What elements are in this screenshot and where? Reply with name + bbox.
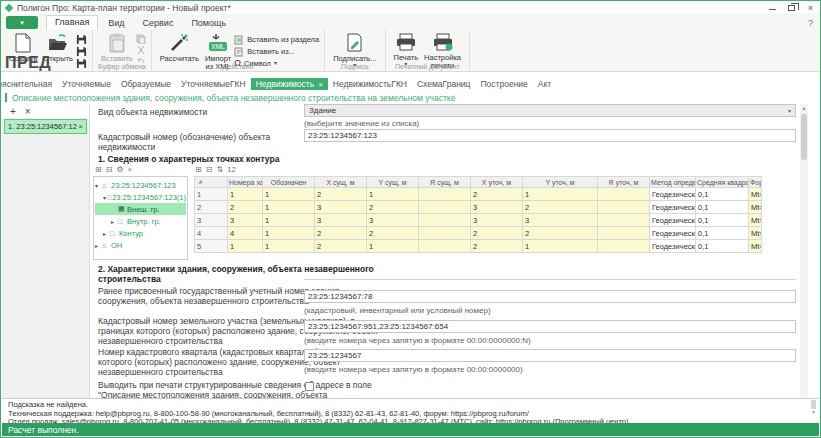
x-old-cell[interactable]: 2 [315,227,367,240]
row-number-cell[interactable]: 1 [195,188,228,201]
x-new-cell[interactable]: 3 [471,214,523,227]
tree-toolbar-icon[interactable]: ⚙ [116,165,123,174]
row-number-cell[interactable]: 5 [195,240,228,253]
table-toolbar-icon[interactable]: 12 [227,165,236,174]
tree-toolbar-icon[interactable]: ⊟ [106,165,113,174]
cadastral-number-input[interactable] [304,129,796,142]
document-tab[interactable]: Недвижимость× [251,78,328,90]
document-tab[interactable]: Акт [533,78,556,90]
tree-item[interactable]: ▸ □ Внутр. гр. [95,215,186,227]
column-header[interactable]: Обозначен [263,177,315,188]
r-new-cell[interactable] [598,227,650,240]
tree-arrow-icon[interactable]: ▾ [95,182,102,189]
tree-arrow-icon[interactable]: ▸ [111,218,118,225]
designation-cell[interactable]: 1 [263,201,315,214]
object-list-item[interactable]: 1. 23:25:1234567:12 × [4,119,87,134]
cut-icon[interactable] [136,45,146,55]
tree-item[interactable]: ▸ □ Контур [95,227,186,239]
quarter-number-input[interactable] [304,349,796,362]
hint-scrollbar[interactable]: ▼ [810,400,817,423]
calculate-button[interactable]: Рассчитать [157,32,202,64]
kind-dropdown[interactable]: Здание ▾ [304,104,796,117]
r-old-cell[interactable] [419,214,471,227]
y-new-cell[interactable]: 1 [523,240,598,253]
app-menu-button[interactable]: ▾ [6,16,38,29]
r-old-cell[interactable] [419,201,471,214]
accuracy-cell[interactable]: 0,1 [696,240,749,253]
formula-cell[interactable]: Mt=√((0.07²+0.07²): [749,188,762,201]
x-old-cell[interactable]: 3 [315,201,367,214]
y-old-cell[interactable]: 3 [367,214,419,227]
delete-object-button[interactable]: × [25,106,31,117]
r-new-cell[interactable] [598,240,650,253]
tree-toolbar-icon[interactable]: × [128,165,133,174]
save-all-icon[interactable] [76,58,87,69]
tree-arrow-icon[interactable]: ▸ [95,242,102,249]
paste-from-section-button[interactable]: Вставить из раздела [234,34,319,45]
copy-icon[interactable] [136,34,146,44]
point-number-cell[interactable]: 4 [228,227,263,240]
y-old-cell[interactable]: 2 [367,201,419,214]
column-header[interactable]: Средняя квадратич [696,177,749,188]
form-scrollbar[interactable]: ▲ [800,104,808,398]
paste-from-button[interactable]: Вставить из... [234,46,319,57]
x-old-cell[interactable]: 2 [315,240,367,253]
tree-item[interactable]: ▦ Внеш. гр. [95,203,186,215]
accuracy-cell[interactable]: 0,1 [696,201,749,214]
y-old-cell[interactable]: 2 [367,227,419,240]
close-button[interactable]: × [801,2,820,14]
x-new-cell[interactable]: 3 [471,201,523,214]
table-toolbar-icon[interactable]: ⇅ [216,165,223,174]
y-new-cell[interactable]: 2 [523,227,598,240]
point-number-cell[interactable]: 3 [228,214,263,227]
help-button[interactable]: ? [808,18,813,28]
r-new-cell[interactable] [598,201,650,214]
paste-button[interactable]: Вставить [98,32,136,64]
formula-cell[interactable]: Mt=√((0.07²+0.07²): [749,240,762,253]
address-checkbox[interactable] [305,382,314,391]
tab-close-icon[interactable]: × [318,80,323,89]
table-toolbar-icon[interactable]: ⊟ [206,165,213,174]
x-new-cell[interactable]: 2 [471,240,523,253]
y-new-cell[interactable]: 3 [523,214,598,227]
accuracy-cell[interactable]: 0,1 [696,214,749,227]
tree-item[interactable]: ▾ □ 23:25:1234567:123(1) [95,191,186,203]
column-header[interactable]: Формулы, примен [749,177,762,188]
r-new-cell[interactable] [598,214,650,227]
ribbon-tab-glavnaya[interactable]: Главная [46,15,98,30]
column-header[interactable]: R уточ, м [598,177,650,188]
designation-cell[interactable]: 1 [263,227,315,240]
row-number-cell[interactable]: 2 [195,201,228,214]
tree-toolbar-icon[interactable]: ⊞ [95,165,102,174]
column-header[interactable]: X сущ, м [315,177,367,188]
y-new-cell[interactable]: 1 [523,188,598,201]
document-tab[interactable]: Построение [475,78,532,90]
scroll-down-icon[interactable]: ▼ [810,409,817,415]
r-old-cell[interactable] [419,227,471,240]
y-old-cell[interactable]: 1 [367,188,419,201]
method-cell[interactable]: Геодезический ме [650,240,696,253]
item-close-icon[interactable]: × [78,122,83,131]
x-new-cell[interactable]: 2 [471,188,523,201]
tree-item[interactable]: ▾ ⌂ 23:25:1234567:123 [95,179,186,191]
ribbon-tab-pomosch[interactable]: Помощь [183,17,234,30]
column-header[interactable]: R сущ, м [419,177,471,188]
minimize-button[interactable] [763,2,782,14]
designation-cell[interactable]: 1 [263,188,315,201]
r-old-cell[interactable] [419,188,471,201]
method-cell[interactable]: Геодезический ме [650,214,696,227]
y-new-cell[interactable]: 2 [523,201,598,214]
accuracy-cell[interactable]: 0,1 [696,227,749,240]
column-header[interactable]: Y сущ, м [367,177,419,188]
y-old-cell[interactable]: 1 [367,240,419,253]
document-tab[interactable]: НедвижимостьГКН [328,78,412,90]
column-header[interactable]: Метод определени [650,177,696,188]
add-object-button[interactable]: + [10,106,16,117]
row-number-cell[interactable]: 4 [195,227,228,240]
restore-button[interactable] [782,2,801,14]
table-toolbar-icon[interactable]: ⊞ [195,165,202,174]
tree-arrow-icon[interactable]: ▸ [103,230,110,237]
x-new-cell[interactable]: 2 [471,227,523,240]
formula-cell[interactable]: Mt=√((0.07²+0.07²): [749,227,762,240]
ribbon-tab-vid[interactable]: Вид [100,17,132,30]
